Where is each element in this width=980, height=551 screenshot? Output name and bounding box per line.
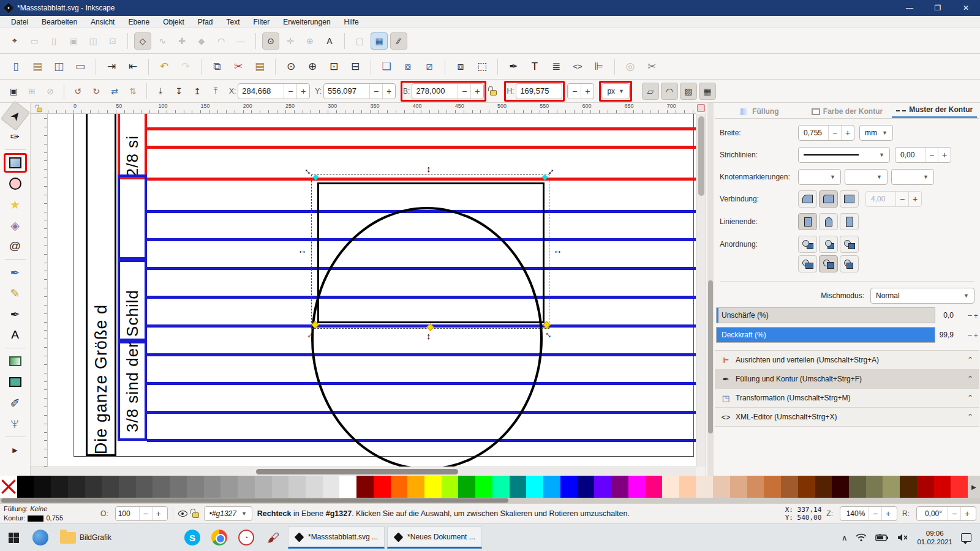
y-minus-button[interactable]: − bbox=[369, 84, 382, 99]
zoom-page-icon[interactable]: ⊡ bbox=[324, 57, 344, 77]
label-text-die-ganze-groesse[interactable]: Die ganze Größe d bbox=[92, 304, 111, 454]
ruler-horizontal[interactable]: 0501001502002503003504004505005506006507… bbox=[48, 103, 696, 114]
clone-icon[interactable]: ⧇ bbox=[398, 57, 418, 77]
guide-lock-icon[interactable] bbox=[37, 107, 42, 111]
unit-dropdown[interactable]: px▼ bbox=[601, 83, 630, 99]
slider-bar[interactable]: Deckkraft (%) bbox=[716, 327, 935, 343]
color-swatch[interactable] bbox=[764, 476, 781, 498]
stroke-color-swatch[interactable] bbox=[28, 515, 43, 522]
xml-editor-icon[interactable]: <> bbox=[568, 57, 587, 77]
rotate-cw-icon[interactable]: ↻ bbox=[88, 83, 105, 100]
snap-guide-icon[interactable]: ∕∕ bbox=[390, 32, 407, 50]
flip-vertical-icon[interactable]: ⇅ bbox=[124, 83, 141, 100]
color-swatch[interactable] bbox=[68, 476, 85, 498]
color-swatch[interactable] bbox=[51, 476, 68, 498]
horizontal-scrollbar-thumb[interactable] bbox=[256, 469, 458, 474]
label-text-3-8[interactable]: 3/8 sind der Schild bbox=[123, 204, 142, 432]
layer-visibility-icon[interactable] bbox=[178, 511, 187, 517]
zoom-selection-icon[interactable]: ⊙ bbox=[281, 57, 301, 77]
open-icon[interactable]: ▤ bbox=[28, 57, 47, 77]
cap-butt-button[interactable] bbox=[798, 213, 817, 230]
panel-ausrichten[interactable]: ⊫Ausrichten und verteilen (Umschalt+Strg… bbox=[715, 351, 979, 370]
lower-icon[interactable]: ↧ bbox=[170, 83, 187, 100]
menu-pfad[interactable]: Pfad bbox=[192, 17, 219, 28]
chrome-icon[interactable] bbox=[206, 524, 233, 551]
raise-icon[interactable]: ↥ bbox=[189, 83, 206, 100]
color-swatch[interactable] bbox=[85, 476, 102, 498]
snap-nodes-icon[interactable]: ◇ bbox=[134, 32, 151, 50]
snap-rotation-center-icon[interactable]: ⊕ bbox=[301, 32, 318, 50]
stroke-width-value[interactable]: 0,755 bbox=[46, 514, 63, 523]
color-swatch[interactable] bbox=[221, 476, 238, 498]
scale-stroke-toggle[interactable]: ▱ bbox=[642, 83, 659, 100]
snap-page-border-icon[interactable]: ▢ bbox=[351, 32, 368, 50]
scale-handle-s[interactable]: ↕ bbox=[426, 331, 431, 340]
cms-adjust-toggle[interactable] bbox=[697, 104, 705, 112]
paint-bucket-tool[interactable]: 🝁 bbox=[4, 414, 27, 433]
label-text-2-8[interactable]: 2/8 si bbox=[123, 135, 142, 177]
menu-hilfe[interactable]: Hilfe bbox=[338, 17, 365, 28]
raise-to-top-icon[interactable]: ⤒ bbox=[207, 83, 224, 100]
zoom-field[interactable]: 140% −+ bbox=[840, 506, 897, 521]
b-plus-button[interactable]: + bbox=[470, 84, 483, 99]
color-swatch[interactable] bbox=[492, 476, 510, 498]
clock[interactable]: 09:06 01.02.2021 bbox=[917, 529, 952, 546]
text-tool[interactable]: A bbox=[4, 325, 27, 345]
layers-icon[interactable]: ≣ bbox=[546, 57, 566, 77]
lock-ratio-icon[interactable] bbox=[490, 90, 497, 96]
canvas[interactable]: Die ganze Größe d 2/8 si 3/8 sind der Sc… bbox=[48, 114, 696, 467]
color-swatch[interactable] bbox=[560, 476, 578, 498]
vertical-scrollbar-thumb[interactable] bbox=[698, 116, 704, 196]
color-swatch[interactable] bbox=[526, 476, 543, 498]
snap-bbox-icon[interactable]: ▭ bbox=[26, 32, 43, 50]
order-option-1-button[interactable] bbox=[798, 236, 817, 253]
copy-icon[interactable]: ⧉ bbox=[207, 57, 227, 77]
scale-corners-toggle[interactable]: ◠ bbox=[661, 83, 678, 100]
snap-center-icon[interactable]: ✛ bbox=[282, 32, 299, 50]
color-swatch[interactable] bbox=[288, 476, 306, 498]
color-swatch[interactable] bbox=[391, 476, 408, 498]
color-swatch[interactable] bbox=[679, 476, 696, 498]
color-swatch[interactable] bbox=[458, 476, 475, 498]
tray-chevron-icon[interactable]: ∧ bbox=[842, 533, 848, 542]
snap-paths-icon[interactable]: ∿ bbox=[154, 32, 171, 50]
box3d-tool[interactable]: ◈ bbox=[4, 216, 27, 235]
snap-others-icon[interactable]: ⊙ bbox=[262, 32, 279, 50]
opacity-field[interactable]: 100 −+ bbox=[115, 506, 168, 521]
join-miter-button[interactable] bbox=[840, 190, 859, 208]
folder-shortcut[interactable]: BildGrafik bbox=[54, 524, 118, 551]
select-all-icon[interactable]: ▣ bbox=[5, 83, 22, 100]
snap-midpoint-icon[interactable]: — bbox=[232, 32, 249, 50]
skype-icon[interactable]: S bbox=[179, 524, 206, 551]
select-all-layers-icon[interactable]: ⊞ bbox=[23, 83, 40, 100]
bezier-tool[interactable]: ✒ bbox=[4, 263, 27, 282]
tab-farbe-der-kontur[interactable]: Farbe der Kontur bbox=[805, 105, 890, 118]
rotation-field[interactable]: 0,00° −+ bbox=[916, 506, 976, 521]
lower-to-bottom-icon[interactable]: ⤓ bbox=[152, 83, 169, 100]
panel-transformation[interactable]: ◳Transformation (Umschalt+Strg+M)⌃ bbox=[715, 389, 979, 408]
color-swatch[interactable] bbox=[272, 476, 289, 498]
color-swatch[interactable] bbox=[832, 476, 849, 498]
volume-muted-icon[interactable] bbox=[897, 533, 908, 542]
color-swatch[interactable] bbox=[407, 476, 424, 498]
color-swatch[interactable] bbox=[883, 476, 900, 498]
mesh-tool[interactable] bbox=[4, 372, 27, 392]
scale-handle-n[interactable]: ↕ bbox=[426, 164, 431, 173]
order-option-3-button[interactable] bbox=[840, 236, 859, 253]
dock-scrollbar[interactable] bbox=[707, 103, 714, 476]
new-document-icon[interactable]: ▯ bbox=[6, 57, 26, 77]
tab-füllung[interactable]: Füllung bbox=[717, 105, 802, 118]
color-swatch[interactable] bbox=[747, 476, 764, 498]
color-swatch[interactable] bbox=[611, 476, 628, 498]
end-marker-dropdown[interactable]: ▼ bbox=[891, 169, 934, 185]
paste-icon[interactable]: ▤ bbox=[250, 57, 270, 77]
text-icon[interactable]: T bbox=[525, 57, 545, 77]
spiral-tool[interactable]: @ bbox=[4, 236, 27, 256]
flip-horizontal-icon[interactable]: ⇄ bbox=[106, 83, 123, 100]
color-swatch[interactable] bbox=[170, 476, 187, 498]
color-swatch[interactable] bbox=[339, 476, 356, 498]
rotation-minus-button[interactable]: − bbox=[948, 507, 960, 520]
color-swatch[interactable] bbox=[934, 476, 951, 498]
color-swatch[interactable] bbox=[374, 476, 391, 498]
color-swatch[interactable] bbox=[102, 476, 119, 498]
